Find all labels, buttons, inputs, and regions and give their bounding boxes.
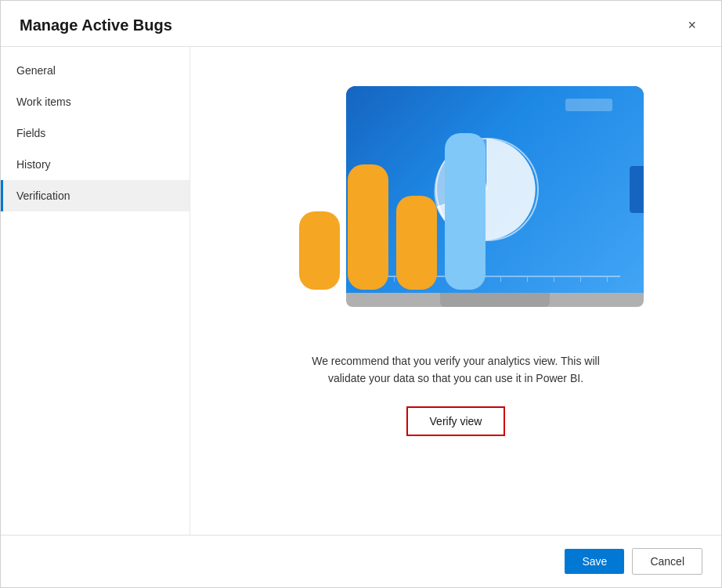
tick (527, 277, 528, 282)
sidebar-item-work-items[interactable]: Work items (1, 86, 190, 117)
tick (554, 277, 554, 282)
device-top-rect (565, 99, 612, 111)
save-button[interactable]: Save (565, 549, 624, 574)
verify-view-button[interactable]: Verify view (406, 406, 506, 436)
bar-3 (396, 196, 437, 290)
tick (580, 277, 581, 282)
bar-1 (299, 211, 340, 290)
sidebar-item-history[interactable]: History (1, 149, 190, 180)
cancel-button[interactable]: Cancel (632, 548, 702, 575)
sidebar-item-verification[interactable]: Verification (1, 180, 190, 211)
dialog-title: Manage Active Bugs (20, 16, 172, 34)
bar-2 (348, 164, 388, 290)
tick (607, 277, 608, 282)
dialog-footer: Save Cancel (1, 535, 721, 587)
main-content: We recommend that you verify your analyt… (190, 47, 721, 535)
bar-4 (445, 133, 486, 290)
dialog: Manage Active Bugs × General Work items … (0, 0, 722, 588)
sidebar-item-general[interactable]: General (1, 55, 190, 86)
bars-chart (299, 133, 486, 290)
dialog-body: General Work items Fields History Verifi… (1, 47, 721, 535)
dialog-header: Manage Active Bugs × (1, 1, 721, 47)
close-button[interactable]: × (681, 15, 702, 35)
sidebar: General Work items Fields History Verifi… (1, 47, 190, 535)
description-text: We recommend that you verify your analyt… (299, 352, 612, 388)
illustration (252, 70, 659, 337)
device-foot (440, 293, 550, 307)
tick (500, 277, 501, 282)
sidebar-item-fields[interactable]: Fields (1, 117, 190, 149)
device-side-accent (630, 166, 644, 213)
device-base (346, 293, 644, 307)
